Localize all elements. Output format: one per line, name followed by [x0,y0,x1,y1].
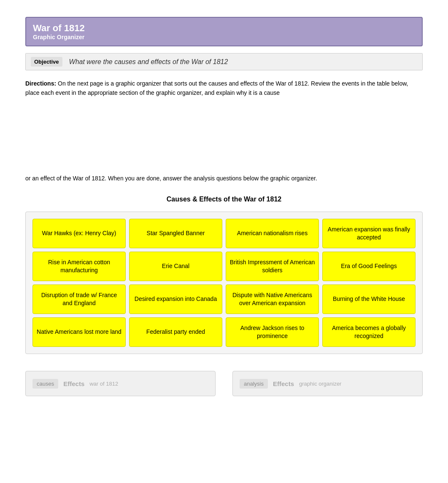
bottom-left-box: causes Effects war of 1812 [25,371,216,396]
grid-cell-r1c3[interactable]: American nationalism rises [226,219,319,248]
grid-cell-r3c2[interactable]: Desired expansion into Canada [129,284,222,314]
bottom-right-value: Effects [273,380,294,387]
objective-label: Objective [31,57,62,67]
grid-cell-r2c3[interactable]: British Impressment of American soldiers [226,252,319,281]
header-title: War of 1812 [33,23,415,34]
grid-cell-r4c1[interactable]: Native Americans lost more land [32,317,126,347]
grid-cell-r2c1[interactable]: Rise in American cotton manufacturing [32,252,126,281]
directions-block: Directions: On the next page is a graphi… [25,79,423,98]
grid-container: War Hawks (ex: Henry Clay) Star Spangled… [25,212,423,354]
header-subtitle: Graphic Organizer [33,34,415,40]
continuation-text: or an effect of the War of 1812. When yo… [25,174,423,183]
grid-cell-r4c4[interactable]: America becomes a globally recognized [322,317,416,347]
bottom-section: causes Effects war of 1812 analysis Effe… [25,371,423,396]
bottom-right-label2: graphic organizer [299,381,341,387]
grid-cell-r2c4[interactable]: Era of Good Feelings [322,252,416,281]
directions-label: Directions: [25,80,56,87]
grid-cell-r1c1[interactable]: War Hawks (ex: Henry Clay) [32,219,126,248]
directions-text: On the next page is a graphic organizer … [25,80,408,96]
grid-cell-r3c1[interactable]: Disruption of trade w/ France and Englan… [32,284,126,314]
bottom-left-label1: causes [32,379,58,389]
grid-cell-r1c4[interactable]: American expansion was finally accepted [322,219,416,248]
header-box: War of 1812 Graphic Organizer [25,17,423,46]
organizer-title: Causes & Effects of the War of 1812 [25,196,423,203]
bottom-left-value: Effects [63,380,84,387]
grid-cell-r2c2[interactable]: Erie Canal [129,252,222,281]
bottom-right-box: analysis Effects graphic organizer [232,371,423,396]
spacer-area [25,106,423,174]
grid-cell-r1c2[interactable]: Star Spangled Banner [129,219,222,248]
grid-cell-r4c2[interactable]: Federalist party ended [129,317,222,347]
bottom-left-label2: war of 1812 [89,381,118,387]
objective-row: Objective What were the causes and effec… [25,53,423,70]
grid-cell-r3c3[interactable]: Dispute with Native Americans over Ameri… [226,284,319,314]
grid-cell-r3c4[interactable]: Burning of the White House [322,284,416,314]
bottom-right-label1: analysis [240,379,268,389]
objective-text: What were the causes and effects of the … [69,58,228,66]
grid-cell-r4c3[interactable]: Andrew Jackson rises to prominence [226,317,319,347]
